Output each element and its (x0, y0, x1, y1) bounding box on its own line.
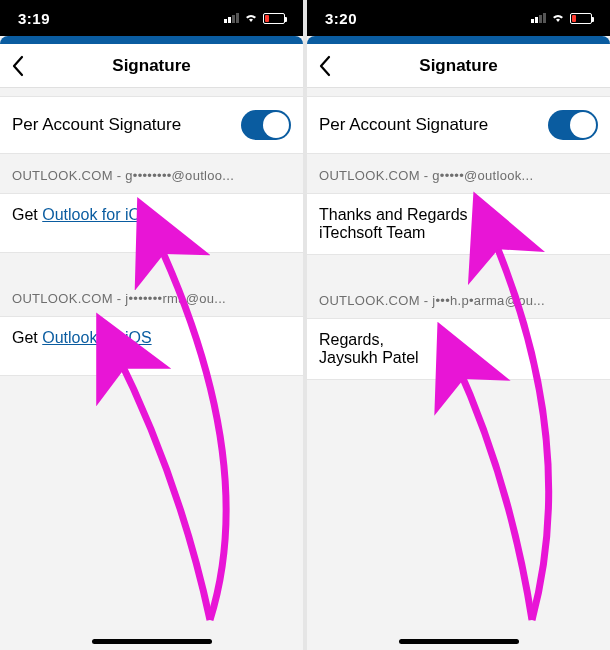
page-title: Signature (419, 56, 497, 76)
battery-icon (570, 13, 592, 24)
outlook-ios-link[interactable]: Outlook for iOS (42, 329, 151, 346)
phone-right: 3:20 Signature Per Account Signature OUT… (307, 0, 610, 650)
account-header-2: OUTLOOK.COM - j•••h.p•arma@ou... (307, 279, 610, 318)
per-account-label: Per Account Signature (319, 115, 488, 135)
battery-icon (263, 13, 285, 24)
status-indicators (224, 11, 285, 26)
status-bar: 3:19 (0, 0, 303, 36)
account-header-1: OUTLOOK.COM - g••••••••@outloo... (0, 154, 303, 193)
signature-line: Thanks and Regards (319, 206, 598, 224)
per-account-label: Per Account Signature (12, 115, 181, 135)
back-button[interactable] (317, 44, 333, 87)
signature-line: Regards, (319, 331, 598, 349)
signature-prefix: Get (12, 329, 42, 346)
wifi-icon (243, 11, 259, 26)
signature-field-2[interactable]: Regards, Jaysukh Patel (307, 318, 610, 380)
phone-left: 3:19 Signature Per Account Signature OUT… (0, 0, 303, 650)
status-time: 3:20 (325, 10, 357, 27)
account-header-1: OUTLOOK.COM - g•••••@outlook... (307, 154, 610, 193)
signature-field-1[interactable]: Thanks and Regards iTechsoft Team (307, 193, 610, 255)
signature-field-2[interactable]: Get Outlook for iOS (0, 316, 303, 376)
per-account-toggle-row: Per Account Signature (0, 96, 303, 154)
signature-field-1[interactable]: Get Outlook for iOS (0, 193, 303, 253)
signal-icon (224, 13, 239, 23)
per-account-toggle-row: Per Account Signature (307, 96, 610, 154)
page-title: Signature (112, 56, 190, 76)
per-account-toggle[interactable] (241, 110, 291, 140)
home-indicator[interactable] (399, 639, 519, 644)
per-account-toggle[interactable] (548, 110, 598, 140)
signature-line: iTechsoft Team (319, 224, 598, 242)
home-indicator[interactable] (92, 639, 212, 644)
back-button[interactable] (10, 44, 26, 87)
outlook-ios-link[interactable]: Outlook for iOS (42, 206, 151, 223)
status-indicators (531, 11, 592, 26)
status-time: 3:19 (18, 10, 50, 27)
nav-bar: Signature (0, 44, 303, 88)
status-bar: 3:20 (307, 0, 610, 36)
wifi-icon (550, 11, 566, 26)
nav-bar: Signature (307, 44, 610, 88)
account-header-2: OUTLOOK.COM - j•••••••rma@ou... (0, 277, 303, 316)
sheet-handle (307, 36, 610, 44)
signal-icon (531, 13, 546, 23)
sheet-handle (0, 36, 303, 44)
signature-prefix: Get (12, 206, 42, 223)
signature-line: Jaysukh Patel (319, 349, 598, 367)
